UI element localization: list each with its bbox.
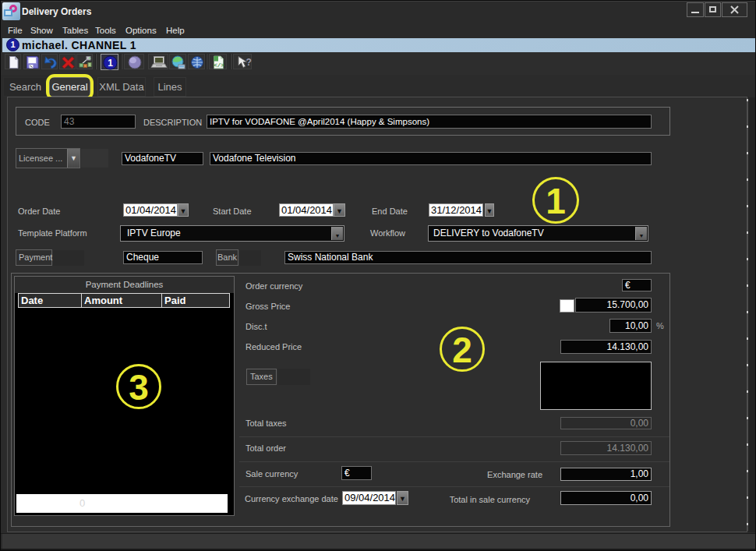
svg-text:?: ? bbox=[246, 57, 252, 68]
svg-text:1: 1 bbox=[108, 58, 113, 69]
svg-text:</>: </> bbox=[214, 62, 224, 69]
